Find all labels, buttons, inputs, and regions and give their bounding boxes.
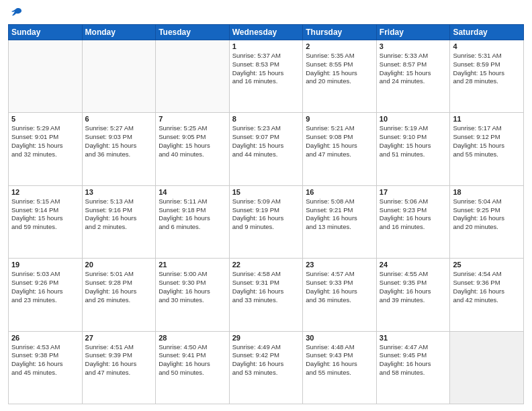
day-info: Sunrise: 5:17 AM Sunset: 9:12 PM Dayligh…: [453, 124, 521, 158]
day-number: 22: [232, 261, 300, 269]
day-number: 25: [453, 261, 521, 269]
day-info: Sunrise: 5:33 AM Sunset: 8:57 PM Dayligh…: [380, 52, 447, 86]
day-info: Sunrise: 4:49 AM Sunset: 9:42 PM Dayligh…: [232, 343, 300, 377]
day-info: Sunrise: 4:51 AM Sunset: 9:39 PM Dayligh…: [85, 343, 153, 377]
calendar-cell: 30Sunrise: 4:48 AM Sunset: 9:43 PM Dayli…: [303, 331, 377, 404]
day-number: 14: [159, 188, 226, 196]
day-number: 24: [380, 261, 447, 269]
day-number: 21: [159, 261, 226, 269]
calendar-cell: [450, 331, 524, 404]
day-number: 26: [11, 334, 79, 342]
day-info: Sunrise: 5:31 AM Sunset: 8:59 PM Dayligh…: [453, 52, 521, 86]
day-info: Sunrise: 5:04 AM Sunset: 9:25 PM Dayligh…: [453, 197, 521, 232]
calendar-cell: 25Sunrise: 4:54 AM Sunset: 9:36 PM Dayli…: [450, 259, 524, 331]
calendar-header-wednesday: Wednesday: [229, 25, 303, 40]
calendar-header-friday: Friday: [376, 25, 450, 40]
day-info: Sunrise: 5:13 AM Sunset: 9:16 PM Dayligh…: [85, 197, 153, 232]
calendar-header-sunday: Sunday: [9, 25, 83, 40]
calendar-cell: 9Sunrise: 5:21 AM Sunset: 9:08 PM Daylig…: [303, 113, 377, 185]
day-info: Sunrise: 5:25 AM Sunset: 9:05 PM Dayligh…: [159, 124, 226, 158]
calendar-week-5: 26Sunrise: 4:53 AM Sunset: 9:38 PM Dayli…: [9, 331, 524, 404]
calendar-cell: 26Sunrise: 4:53 AM Sunset: 9:38 PM Dayli…: [9, 331, 83, 404]
calendar-cell: 6Sunrise: 5:27 AM Sunset: 9:03 PM Daylig…: [82, 113, 156, 185]
day-info: Sunrise: 4:54 AM Sunset: 9:36 PM Dayligh…: [453, 270, 521, 304]
day-number: 13: [85, 188, 153, 196]
calendar-cell: 31Sunrise: 4:47 AM Sunset: 9:45 PM Dayli…: [376, 331, 450, 404]
day-number: 28: [159, 334, 226, 342]
day-info: Sunrise: 5:01 AM Sunset: 9:28 PM Dayligh…: [85, 270, 153, 304]
day-number: 1: [232, 42, 300, 50]
calendar-cell: [82, 40, 156, 113]
calendar-cell: 14Sunrise: 5:11 AM Sunset: 9:18 PM Dayli…: [156, 185, 230, 258]
calendar-cell: 8Sunrise: 5:23 AM Sunset: 9:07 PM Daylig…: [229, 113, 303, 185]
day-info: Sunrise: 5:19 AM Sunset: 9:10 PM Dayligh…: [380, 124, 447, 158]
calendar-cell: 17Sunrise: 5:06 AM Sunset: 9:23 PM Dayli…: [376, 185, 450, 258]
calendar-header-thursday: Thursday: [303, 25, 377, 40]
day-number: 17: [380, 188, 447, 196]
calendar-cell: 19Sunrise: 5:03 AM Sunset: 9:26 PM Dayli…: [9, 259, 83, 331]
day-number: 7: [159, 115, 226, 123]
day-info: Sunrise: 5:35 AM Sunset: 8:55 PM Dayligh…: [306, 52, 373, 86]
day-number: 6: [85, 115, 153, 123]
day-info: Sunrise: 5:21 AM Sunset: 9:08 PM Dayligh…: [306, 124, 373, 158]
day-number: 11: [453, 115, 521, 123]
calendar-cell: 27Sunrise: 4:51 AM Sunset: 9:39 PM Dayli…: [82, 331, 156, 404]
day-number: 2: [306, 42, 373, 50]
page: SundayMondayTuesdayWednesdayThursdayFrid…: [0, 0, 532, 411]
logo: [8, 7, 23, 20]
day-number: 20: [85, 261, 153, 269]
day-info: Sunrise: 4:47 AM Sunset: 9:45 PM Dayligh…: [380, 343, 447, 377]
day-info: Sunrise: 5:03 AM Sunset: 9:26 PM Dayligh…: [11, 270, 79, 304]
day-info: Sunrise: 5:09 AM Sunset: 9:19 PM Dayligh…: [232, 197, 300, 232]
calendar-header-monday: Monday: [82, 25, 156, 40]
calendar-cell: 10Sunrise: 5:19 AM Sunset: 9:10 PM Dayli…: [376, 113, 450, 185]
day-info: Sunrise: 4:48 AM Sunset: 9:43 PM Dayligh…: [306, 343, 373, 377]
calendar-week-4: 19Sunrise: 5:03 AM Sunset: 9:26 PM Dayli…: [9, 259, 524, 331]
calendar-cell: 13Sunrise: 5:13 AM Sunset: 9:16 PM Dayli…: [82, 185, 156, 258]
header: [8, 7, 524, 20]
calendar-header-row: SundayMondayTuesdayWednesdayThursdayFrid…: [9, 25, 524, 40]
day-number: 15: [232, 188, 300, 196]
day-info: Sunrise: 5:08 AM Sunset: 9:21 PM Dayligh…: [306, 197, 373, 232]
logo-bird-icon: [9, 7, 23, 20]
day-info: Sunrise: 5:00 AM Sunset: 9:30 PM Dayligh…: [159, 270, 226, 304]
day-number: 31: [380, 334, 447, 342]
day-number: 5: [11, 115, 79, 123]
day-number: 29: [232, 334, 300, 342]
day-info: Sunrise: 4:55 AM Sunset: 9:35 PM Dayligh…: [380, 270, 447, 304]
day-number: 27: [85, 334, 153, 342]
calendar-cell: 5Sunrise: 5:29 AM Sunset: 9:01 PM Daylig…: [9, 113, 83, 185]
day-number: 18: [453, 188, 521, 196]
day-info: Sunrise: 5:06 AM Sunset: 9:23 PM Dayligh…: [380, 197, 447, 232]
day-info: Sunrise: 4:58 AM Sunset: 9:31 PM Dayligh…: [232, 270, 300, 304]
calendar-cell: 20Sunrise: 5:01 AM Sunset: 9:28 PM Dayli…: [82, 259, 156, 331]
day-info: Sunrise: 5:37 AM Sunset: 8:53 PM Dayligh…: [232, 52, 300, 86]
calendar-week-1: 1Sunrise: 5:37 AM Sunset: 8:53 PM Daylig…: [9, 40, 524, 113]
day-number: 16: [306, 188, 373, 196]
day-number: 4: [453, 42, 521, 50]
calendar-cell: 22Sunrise: 4:58 AM Sunset: 9:31 PM Dayli…: [229, 259, 303, 331]
calendar-cell: 11Sunrise: 5:17 AM Sunset: 9:12 PM Dayli…: [450, 113, 524, 185]
day-number: 12: [11, 188, 79, 196]
day-number: 8: [232, 115, 300, 123]
day-info: Sunrise: 5:23 AM Sunset: 9:07 PM Dayligh…: [232, 124, 300, 158]
day-number: 3: [380, 42, 447, 50]
day-info: Sunrise: 4:50 AM Sunset: 9:41 PM Dayligh…: [159, 343, 226, 377]
calendar-cell: 3Sunrise: 5:33 AM Sunset: 8:57 PM Daylig…: [376, 40, 450, 113]
day-number: 10: [380, 115, 447, 123]
calendar-cell: 18Sunrise: 5:04 AM Sunset: 9:25 PM Dayli…: [450, 185, 524, 258]
day-info: Sunrise: 5:15 AM Sunset: 9:14 PM Dayligh…: [11, 197, 79, 232]
day-number: 23: [306, 261, 373, 269]
calendar-cell: [9, 40, 83, 113]
calendar-cell: 12Sunrise: 5:15 AM Sunset: 9:14 PM Dayli…: [9, 185, 83, 258]
calendar-cell: 1Sunrise: 5:37 AM Sunset: 8:53 PM Daylig…: [229, 40, 303, 113]
day-info: Sunrise: 4:53 AM Sunset: 9:38 PM Dayligh…: [11, 343, 79, 377]
calendar-cell: 15Sunrise: 5:09 AM Sunset: 9:19 PM Dayli…: [229, 185, 303, 258]
calendar-cell: 21Sunrise: 5:00 AM Sunset: 9:30 PM Dayli…: [156, 259, 230, 331]
day-info: Sunrise: 5:27 AM Sunset: 9:03 PM Dayligh…: [85, 124, 153, 158]
calendar-cell: 29Sunrise: 4:49 AM Sunset: 9:42 PM Dayli…: [229, 331, 303, 404]
calendar-header-tuesday: Tuesday: [156, 25, 230, 40]
calendar-cell: 7Sunrise: 5:25 AM Sunset: 9:05 PM Daylig…: [156, 113, 230, 185]
day-number: 19: [11, 261, 79, 269]
calendar-cell: 23Sunrise: 4:57 AM Sunset: 9:33 PM Dayli…: [303, 259, 377, 331]
